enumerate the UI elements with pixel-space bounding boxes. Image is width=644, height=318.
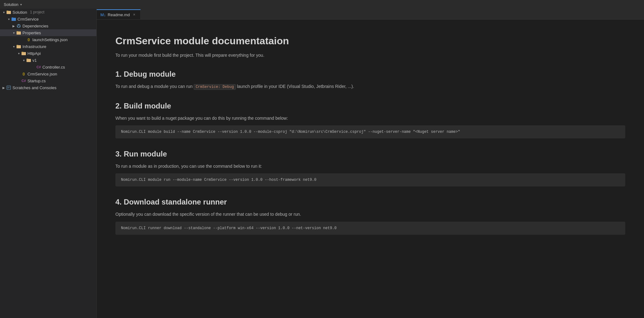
sidebar-item-crmservice[interactable]: ▾ CrmService	[0, 16, 96, 22]
chevron-icon: ▾	[16, 52, 21, 55]
infrastructure-label: Infrastructure	[22, 44, 46, 49]
httpapi-label: HttpApi	[27, 51, 41, 56]
tab-bar: M↓ Readme.md ×	[97, 9, 644, 20]
chevron-icon: ▾	[11, 31, 16, 35]
sidebar-item-solution[interactable]: ▾ Solution 1 project	[0, 9, 96, 16]
svg-rect-17	[27, 59, 28, 60]
solution-chevron: ▾	[20, 3, 22, 6]
section-1-heading: 1. Debug module	[115, 70, 625, 79]
doc-title: CrmService module documentataion	[115, 35, 625, 47]
chevron-icon: ▾	[6, 17, 11, 21]
sidebar-item-launchsettings[interactable]: ▶ {} launchSettings.json	[0, 36, 96, 43]
chevron-icon: ▾	[1, 11, 6, 14]
properties-label: Properties	[22, 31, 41, 35]
infrastructure-folder-icon	[16, 44, 21, 49]
sidebar-item-controller[interactable]: ▶ C# Controller.cs	[0, 64, 96, 70]
crmservice-folder-icon	[11, 17, 16, 22]
svg-rect-3	[12, 17, 13, 18]
section-2-code-block: Nomirun.CLI module build --name CrmServi…	[115, 125, 625, 138]
section-4-code-block: Nomirun.CLI runner download --standalone…	[115, 222, 625, 235]
tab-readme-label: Readme.md	[108, 12, 130, 17]
svg-line-8	[19, 25, 20, 27]
section-3-heading: 3. Run module	[115, 150, 625, 158]
json-icon: {}	[21, 71, 26, 76]
editor-content: CrmService module documentataion To run …	[97, 20, 644, 318]
solution-label: Solution	[12, 10, 27, 15]
svg-rect-18	[7, 86, 11, 89]
scratches-label: Scratches and Consoles	[12, 85, 56, 90]
sidebar-item-properties[interactable]: ▾ Properties	[0, 29, 96, 36]
title-bar: Solution ▾	[0, 0, 644, 9]
tab-md-icon: M↓	[100, 12, 106, 17]
solution-icon	[6, 10, 11, 15]
section-3-code-block: Nomirun.CLI module run --module-name Crm…	[115, 173, 625, 186]
svg-rect-15	[22, 52, 23, 53]
solution-badge: 1 project	[29, 10, 44, 14]
section-4-heading: 4. Download standalone runner	[115, 198, 625, 206]
doc-intro: To run your module first build the proje…	[115, 52, 625, 59]
v1-label: v1	[32, 58, 37, 63]
sidebar-item-crmservice-json[interactable]: ▶ {} CrmService.json	[0, 70, 96, 77]
cs-icon: C#	[21, 78, 26, 83]
solution-label: Solution	[4, 2, 18, 7]
svg-line-9	[18, 25, 19, 27]
section-1-body: To run and debug a module you can run Cr…	[115, 83, 625, 90]
deps-icon	[16, 23, 21, 28]
crmservice-label: CrmService	[17, 17, 39, 22]
sidebar-item-v1[interactable]: ▾ v1	[0, 57, 96, 64]
svg-rect-1	[7, 11, 8, 12]
svg-point-5	[18, 24, 19, 25]
section-4-body: Optionally you can download the specific…	[115, 211, 625, 218]
chevron-icon: ▾	[11, 45, 16, 48]
cs-icon: C#	[36, 65, 41, 70]
scratches-icon	[6, 85, 11, 90]
v1-folder-icon	[26, 58, 31, 63]
solution-title[interactable]: Solution ▾	[4, 2, 22, 7]
main-layout: ▾ Solution 1 project ▾ CrmService ▶ Depe…	[0, 9, 644, 318]
section-2-heading: 2. Build module	[115, 102, 625, 110]
sidebar-item-infrastructure[interactable]: ▾ Infrastructure	[0, 43, 96, 50]
sidebar[interactable]: ▾ Solution 1 project ▾ CrmService ▶ Depe…	[0, 9, 97, 318]
sidebar-item-startup[interactable]: ▶ C# Startup.cs	[0, 77, 96, 84]
httpapi-folder-icon	[21, 51, 26, 56]
startup-label: Startup.cs	[27, 79, 46, 83]
chevron-icon: ▶	[1, 86, 6, 89]
tab-close-button[interactable]: ×	[132, 12, 137, 17]
properties-folder-icon	[16, 30, 21, 35]
tab-readme[interactable]: M↓ Readme.md ×	[97, 9, 141, 19]
sidebar-item-httpapi[interactable]: ▾ HttpApi	[0, 50, 96, 57]
section-2-body: When you want to build a nuget package y…	[115, 115, 625, 122]
section-3-body: To run a module as in production, you ca…	[115, 163, 625, 170]
controller-label: Controller.cs	[42, 65, 65, 70]
crmservice-json-label: CrmService.json	[27, 72, 57, 76]
json-icon: {}	[26, 37, 31, 42]
debug-inline-code: CrmService: Debug	[194, 84, 235, 90]
sidebar-item-scratches[interactable]: ▶ Scratches and Consoles	[0, 84, 96, 91]
svg-rect-13	[17, 45, 18, 46]
chevron-icon: ▶	[11, 24, 16, 28]
content-area: M↓ Readme.md × CrmService module documen…	[97, 9, 644, 318]
launchsettings-label: launchSettings.json	[32, 37, 68, 42]
section-4: 4. Download standalone runner Optionally…	[115, 198, 625, 234]
section-1: 1. Debug module To run and debug a modul…	[115, 70, 625, 90]
chevron-icon: ▾	[21, 59, 26, 62]
sidebar-item-dependencies[interactable]: ▶ Dependencies	[0, 22, 96, 29]
svg-rect-11	[17, 31, 18, 32]
section-3: 3. Run module To run a module as in prod…	[115, 150, 625, 186]
dependencies-label: Dependencies	[22, 24, 48, 28]
section-2: 2. Build module When you want to build a…	[115, 102, 625, 138]
